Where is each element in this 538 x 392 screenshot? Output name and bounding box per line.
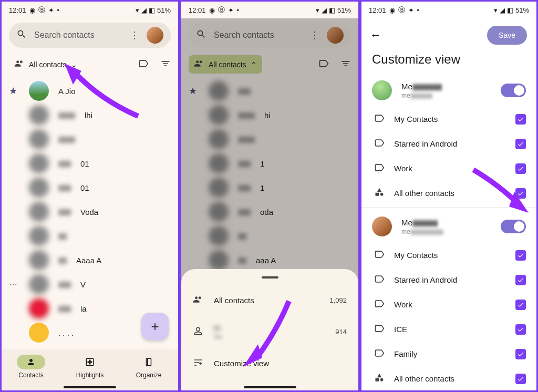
all-contacts-chip[interactable]: All contacts ⌄ [9, 55, 82, 74]
chip-label: All contacts [29, 60, 67, 69]
account-toggle[interactable] [501, 84, 526, 97]
account-avatar [372, 216, 392, 236]
contact-row[interactable]: ▮▮▮Voda [9, 200, 171, 224]
search-bar: Search contacts ⋮ [189, 23, 351, 48]
account-section-1: Me▮▮▮▮▮▮▮me▮▮▮▮▮▮ My Contacts Starred in… [361, 74, 536, 205]
checkbox[interactable] [515, 275, 526, 285]
contact-avatar [29, 298, 49, 318]
label-icon [374, 249, 385, 261]
contact-name: ▮▮▮ [58, 183, 71, 192]
chevron-down-icon: ⌄ [71, 60, 77, 69]
search-icon [16, 29, 27, 42]
search-placeholder: Search contacts [34, 30, 122, 40]
sheet-drag-handle[interactable] [262, 276, 278, 278]
search-bar[interactable]: Search contacts ⋮ [9, 23, 171, 48]
contact-row[interactable]: ▮▮Aaaa A [9, 248, 171, 272]
page-title: Customize view [361, 47, 536, 74]
contact-row[interactable]: ▮▮▮01 [9, 151, 171, 176]
account-toggle-row[interactable]: Me▮▮▮▮▮▮me▮▮▮▮▮▮▮▮▮ [372, 210, 526, 243]
label-row-work[interactable]: Work [372, 292, 526, 317]
contact-row[interactable]: ⋯▮▮▮V [9, 272, 171, 296]
label-row-work[interactable]: Work [372, 156, 526, 181]
label-icon [374, 138, 385, 150]
filter-row: All contacts ⌄ [2, 52, 178, 79]
contact-name: ▮▮▮ [58, 207, 71, 216]
label-icon [374, 323, 385, 335]
checkbox[interactable] [515, 349, 526, 359]
label-row-starred[interactable]: Starred in Android [372, 131, 526, 156]
checkbox[interactable] [515, 250, 526, 261]
ellipsis-icon: ⋯ [9, 280, 19, 290]
checkbox[interactable] [515, 188, 526, 199]
contact-name: ▮▮▮▮ [58, 135, 75, 144]
save-button[interactable]: Save [487, 26, 527, 45]
label-row-family[interactable]: Family [372, 342, 526, 366]
contact-name: A Jio [58, 87, 76, 96]
label-icon [374, 348, 385, 360]
contact-avatar [29, 153, 49, 173]
contact-avatar [29, 274, 49, 294]
label-row-all-other[interactable]: All other contacts [372, 366, 526, 391]
label-icon [374, 113, 385, 125]
contact-name: ▮▮▮▮ [58, 110, 75, 120]
gesture-bar [64, 386, 116, 388]
all-contacts-chip-expanded: All contacts ⌃ [189, 55, 262, 74]
filter-icon[interactable] [160, 58, 171, 71]
battery-icon: ◧ [149, 6, 155, 14]
contact-name: ▮▮▮ [58, 304, 71, 313]
signal-icon: ◢ [141, 6, 147, 14]
checkbox[interactable] [515, 300, 526, 310]
label-row-my-contacts[interactable]: My Contacts [372, 243, 526, 267]
contact-avatar [29, 129, 49, 149]
svg-rect-0 [147, 358, 151, 366]
whatsapp-icon: ◉ [29, 6, 35, 14]
contact-name: ▮▮ [58, 255, 67, 265]
checkbox[interactable] [515, 324, 526, 335]
label-icon[interactable] [138, 58, 149, 71]
label-row-all-other[interactable]: All other contacts [372, 181, 526, 205]
gesture-bar [244, 386, 296, 388]
sheet-account[interactable]: mGo 914 [181, 315, 358, 349]
back-button[interactable]: ← [370, 28, 381, 42]
nav-contacts[interactable]: Contacts [17, 355, 45, 379]
screen-customize-view: 12:01◉Ⓑ✦• ▾◢◧51% ← Save Customize view M… [360, 0, 538, 392]
tune-icon [193, 357, 203, 369]
chevron-up-icon: ⌃ [251, 60, 257, 69]
profile-avatar[interactable] [147, 27, 163, 44]
sheet-customize-view[interactable]: Customize view [181, 349, 358, 378]
label-row-my-contacts[interactable]: My Contacts [372, 107, 526, 131]
contact-row[interactable]: ▮▮▮▮lhi [9, 103, 171, 127]
header: ← Save [361, 18, 536, 47]
dot-icon: • [57, 6, 60, 14]
checkbox[interactable] [515, 374, 526, 384]
add-contact-fab[interactable]: + [141, 313, 169, 340]
nav-organize[interactable]: Organize [134, 355, 163, 379]
chat-icon: ✦ [48, 6, 54, 14]
star-icon: ★ [9, 85, 19, 97]
status-time: 12:01 [9, 6, 26, 14]
contact-row[interactable]: ★ A Jio [9, 79, 171, 103]
account-toggle-row[interactable]: Me▮▮▮▮▮▮▮me▮▮▮▮▮▮ [372, 74, 526, 107]
status-bar: 12:01◉Ⓑ✦• ▾◢◧51% [361, 2, 536, 18]
account-toggle[interactable] [501, 220, 526, 233]
checkbox[interactable] [515, 163, 526, 174]
label-icon [374, 274, 385, 286]
contact-name: . . . . [58, 328, 74, 337]
filter-bottom-sheet: All contacts 1,092 mGo 914 Customize vie… [181, 269, 358, 390]
contact-row[interactable]: ▮▮▮01 [9, 176, 171, 200]
label-icon [374, 162, 385, 174]
nav-highlights[interactable]: Highlights [76, 355, 104, 379]
checkbox[interactable] [515, 114, 526, 125]
contact-list: ★ A Jio ▮▮▮▮lhi ▮▮▮▮ ▮▮▮01 ▮▮▮01 ▮▮▮Voda… [2, 79, 178, 345]
contact-row[interactable]: ▮▮ [9, 224, 171, 248]
checkbox[interactable] [515, 139, 526, 149]
contact-name: ▮▮ [58, 231, 67, 241]
label-icon [374, 298, 385, 311]
label-row-starred[interactable]: Starred in Android [372, 267, 526, 292]
screen-contacts-list: 12:01 ◉ Ⓑ ✦ • ▾ ◢ ◧ 51% Search contacts … [0, 0, 180, 392]
sheet-all-contacts[interactable]: All contacts 1,092 [181, 286, 358, 315]
contact-avatar [29, 250, 49, 270]
label-row-ice[interactable]: ICE [372, 317, 526, 342]
more-vert-icon[interactable]: ⋮ [130, 29, 139, 41]
contact-row[interactable]: ▮▮▮▮ [9, 127, 171, 151]
